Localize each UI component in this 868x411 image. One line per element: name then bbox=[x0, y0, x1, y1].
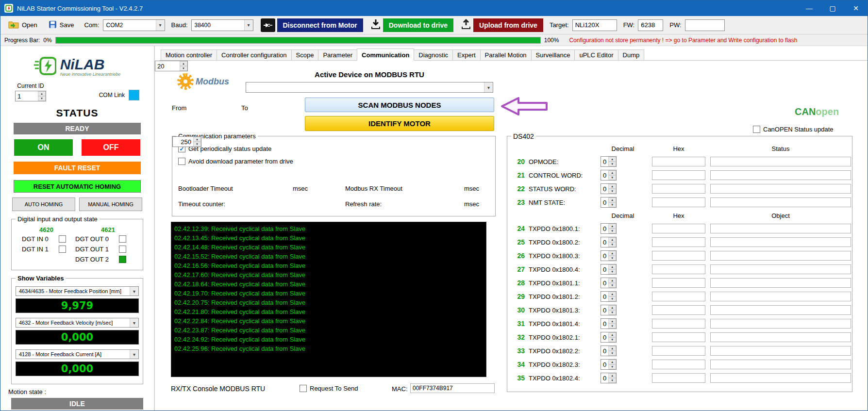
spin-up-button[interactable]: ▲ bbox=[608, 170, 616, 175]
tab-uplc-editor[interactable]: uPLC Editor bbox=[574, 49, 618, 60]
ds402-decimal-spinner[interactable]: 0▲▼ bbox=[601, 278, 617, 288]
ds402-hex-field[interactable] bbox=[652, 360, 705, 369]
ds402-decimal-spinner[interactable]: 0▲▼ bbox=[601, 373, 617, 383]
upload-from-drive-button[interactable]: Upload from drive bbox=[473, 18, 543, 32]
ds402-status-field[interactable] bbox=[710, 278, 851, 288]
tab-communication[interactable]: Communication bbox=[357, 49, 414, 61]
tab-dump[interactable]: Dump bbox=[618, 49, 645, 60]
ds402-decimal-spinner[interactable]: 0▲▼ bbox=[601, 223, 617, 234]
download-to-drive-button[interactable]: Download to drive bbox=[383, 18, 453, 32]
spin-up-button[interactable]: ▲ bbox=[38, 91, 46, 96]
ds402-status-field[interactable] bbox=[710, 373, 851, 383]
ds402-decimal-spinner[interactable]: 0▲▼ bbox=[601, 345, 617, 356]
ds402-status-field[interactable] bbox=[710, 170, 851, 180]
chevron-down-icon[interactable]: ▾ bbox=[156, 20, 165, 31]
to-spinner[interactable]: 20▲▼ bbox=[155, 61, 188, 71]
spin-down-button[interactable]: ▼ bbox=[608, 283, 616, 288]
tab-expert[interactable]: Expert bbox=[452, 49, 481, 60]
scan-modbus-nodes-button[interactable]: SCAN MODBUS NODES bbox=[305, 98, 494, 112]
ds402-decimal-spinner[interactable]: 0▲▼ bbox=[601, 264, 617, 275]
manual-homing-button[interactable]: MANUAL HOMING bbox=[79, 197, 142, 211]
target-input[interactable] bbox=[572, 19, 617, 31]
ds402-decimal-spinner[interactable]: 0▲▼ bbox=[601, 318, 617, 329]
chevron-down-icon[interactable]: ▾ bbox=[244, 20, 253, 31]
open-button[interactable]: Open bbox=[4, 18, 41, 32]
ds402-hex-field[interactable] bbox=[652, 157, 705, 166]
variable-select-0[interactable]: 4634/4635 - Motor Feedback Position [mm]… bbox=[16, 286, 139, 296]
avoid-download-parameter-checkbox[interactable]: Avoid download parameter from drive bbox=[178, 158, 293, 165]
ds402-decimal-spinner[interactable]: 0▲▼ bbox=[601, 250, 617, 261]
ds402-hex-field[interactable] bbox=[652, 373, 705, 383]
spin-up-button[interactable]: ▲ bbox=[608, 346, 616, 351]
spin-up-button[interactable]: ▲ bbox=[608, 278, 616, 283]
off-button[interactable]: OFF bbox=[82, 139, 140, 156]
chevron-down-icon[interactable]: ▾ bbox=[130, 318, 138, 327]
chevron-down-icon[interactable]: ▾ bbox=[130, 287, 138, 296]
spin-up-button[interactable]: ▲ bbox=[608, 305, 616, 310]
ds402-status-field[interactable] bbox=[710, 184, 851, 194]
ds402-status-field[interactable] bbox=[710, 157, 851, 166]
ds402-decimal-spinner[interactable]: 0▲▼ bbox=[601, 156, 617, 167]
spin-down-button[interactable]: ▼ bbox=[608, 162, 616, 166]
ds402-status-field[interactable] bbox=[710, 360, 851, 369]
spin-up-button[interactable]: ▲ bbox=[608, 237, 616, 242]
spin-down-button[interactable]: ▼ bbox=[608, 242, 616, 247]
tab-parallel-motion[interactable]: Parallel Motion bbox=[480, 49, 532, 60]
dgt-out-1-checkbox[interactable] bbox=[119, 246, 126, 253]
close-button[interactable]: ✕ bbox=[844, 0, 868, 16]
spin-down-button[interactable]: ▼ bbox=[608, 378, 616, 383]
ds402-status-field[interactable] bbox=[710, 237, 851, 247]
save-button[interactable]: Save bbox=[45, 18, 78, 32]
spin-up-button[interactable]: ▲ bbox=[608, 319, 616, 324]
spin-down-button[interactable]: ▼ bbox=[193, 142, 201, 147]
request-to-send-checkbox[interactable]: Request To Send bbox=[300, 385, 358, 392]
ds402-status-field[interactable] bbox=[710, 305, 851, 315]
active-device-select[interactable]: ▾ bbox=[246, 82, 493, 93]
spin-up-button[interactable]: ▲ bbox=[608, 360, 616, 364]
ds402-status-field[interactable] bbox=[710, 292, 851, 301]
chevron-down-icon[interactable]: ▾ bbox=[484, 82, 493, 92]
com-port-select[interactable]: COM2 ▾ bbox=[103, 19, 165, 31]
baud-select[interactable]: 38400 ▾ bbox=[191, 19, 253, 31]
on-button[interactable]: ON bbox=[14, 139, 73, 156]
pw-input[interactable] bbox=[685, 19, 725, 31]
dgt-in-0-checkbox[interactable] bbox=[59, 235, 66, 243]
ds402-status-field[interactable] bbox=[710, 332, 851, 342]
ds402-decimal-spinner[interactable]: 0▲▼ bbox=[601, 237, 617, 247]
disconnect-from-motor-button[interactable]: Disconnect from Motor bbox=[277, 18, 363, 32]
spin-down-button[interactable]: ▼ bbox=[608, 310, 616, 315]
ds402-decimal-spinner[interactable]: 0▲▼ bbox=[601, 305, 617, 315]
spin-down-button[interactable]: ▼ bbox=[608, 269, 616, 274]
ds402-hex-field[interactable] bbox=[652, 292, 705, 301]
spin-up-button[interactable]: ▲ bbox=[608, 224, 616, 229]
spin-down-button[interactable]: ▼ bbox=[608, 189, 616, 194]
variable-select-1[interactable]: 4632 - Motor Feedback Velocity [m/sec]▾ bbox=[16, 318, 139, 328]
spin-down-button[interactable]: ▼ bbox=[608, 229, 616, 233]
tab-surveillance[interactable]: Surveillance bbox=[531, 49, 575, 60]
minimize-button[interactable]: — bbox=[798, 0, 821, 16]
maximize-button[interactable]: ▢ bbox=[821, 0, 844, 16]
dgt-in-1-checkbox[interactable] bbox=[59, 246, 66, 253]
ds402-status-field[interactable] bbox=[710, 319, 851, 329]
ds402-status-field[interactable] bbox=[710, 251, 851, 261]
ds402-hex-field[interactable] bbox=[652, 170, 705, 180]
auto-homing-button[interactable]: AUTO HOMING bbox=[12, 197, 75, 211]
spin-up-button[interactable]: ▲ bbox=[608, 157, 616, 162]
spin-down-button[interactable]: ▼ bbox=[608, 324, 616, 329]
rx-tx-console[interactable]: 02.42.12.39: Received cyclical data from… bbox=[171, 222, 486, 377]
ds402-decimal-spinner[interactable]: 0▲▼ bbox=[601, 359, 617, 370]
tab-motion-controller[interactable]: Motion controller bbox=[161, 49, 217, 60]
ds402-hex-field[interactable] bbox=[652, 332, 705, 342]
ds402-hex-field[interactable] bbox=[652, 251, 705, 261]
spin-down-button[interactable]: ▼ bbox=[38, 96, 46, 101]
ds402-hex-field[interactable] bbox=[652, 184, 705, 194]
ds402-hex-field[interactable] bbox=[652, 197, 705, 207]
fault-reset-button[interactable]: FAULT RESET bbox=[14, 162, 141, 174]
canopen-status-update-checkbox[interactable]: CanOPEN Status update bbox=[753, 126, 834, 133]
spin-down-button[interactable]: ▼ bbox=[608, 256, 616, 261]
spin-up-button[interactable]: ▲ bbox=[180, 61, 187, 66]
tab-diagnostic[interactable]: Diagnostic bbox=[414, 49, 453, 60]
spin-down-button[interactable]: ▼ bbox=[180, 66, 187, 71]
ds402-status-field[interactable] bbox=[710, 224, 851, 233]
spin-down-button[interactable]: ▼ bbox=[608, 175, 616, 180]
